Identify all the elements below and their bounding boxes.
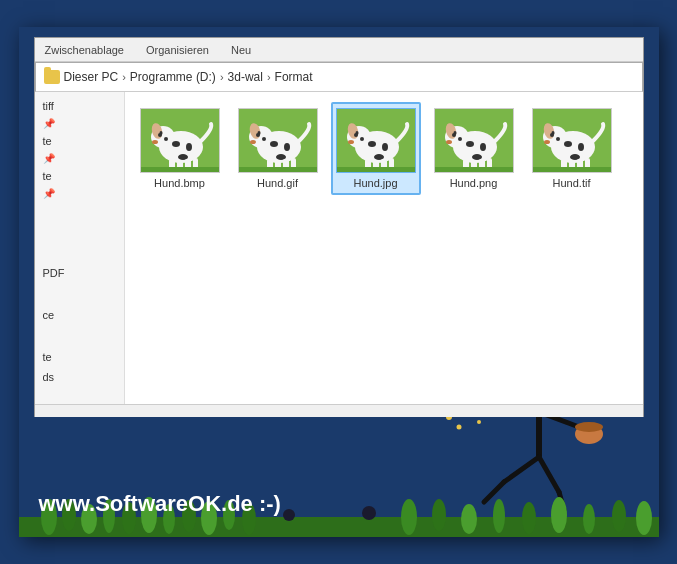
svg-rect-31 [239, 167, 318, 173]
svg-point-77 [544, 140, 550, 144]
svg-point-95 [575, 422, 603, 432]
svg-point-5 [186, 143, 192, 151]
branding-text: www.SoftwareOK.de :-) [19, 491, 281, 527]
thumbnail-gif [238, 108, 318, 173]
file-label-bmp: Hund.bmp [154, 177, 205, 189]
svg-point-20 [270, 141, 278, 147]
sidebar-item-te1[interactable]: te [35, 167, 124, 185]
svg-rect-63 [435, 167, 514, 173]
sidebar-item-pdf[interactable]: PDF [35, 264, 124, 282]
explorer-window: Zwischenablage Organisieren Neu Dieser P… [34, 37, 644, 427]
file-area: Hund.bmp [125, 92, 643, 404]
svg-point-29 [250, 140, 256, 144]
dalmatian-svg-jpg [337, 109, 416, 173]
svg-line-93 [539, 417, 579, 427]
svg-point-71 [556, 137, 560, 141]
svg-rect-47 [337, 167, 416, 173]
pin-icon-1: 📌 [35, 152, 124, 165]
file-item-tif[interactable]: Hund.tif [527, 102, 617, 195]
svg-point-112 [401, 499, 417, 535]
breadcrumb[interactable]: Dieser PC › Programme (D:) › 3d-wal › Fo… [64, 70, 313, 84]
svg-line-96 [504, 457, 539, 482]
svg-point-62 [452, 133, 456, 137]
file-label-jpg: Hund.jpg [353, 177, 397, 189]
svg-point-114 [461, 504, 477, 534]
svg-point-55 [458, 137, 462, 141]
file-item-jpg[interactable]: Hund.jpg [331, 102, 421, 195]
breadcrumb-part-3[interactable]: Format [275, 70, 313, 84]
sidebar-item-te0[interactable]: te [35, 132, 124, 150]
app-container: Zwischenablage Organisieren Neu Dieser P… [19, 27, 659, 537]
svg-point-68 [564, 141, 572, 147]
breadcrumb-part-1[interactable]: Programme (D:) [130, 70, 216, 84]
svg-line-98 [539, 457, 559, 492]
svg-point-118 [583, 504, 595, 534]
svg-point-117 [551, 497, 567, 533]
dalmatian-svg-bmp [141, 109, 220, 173]
svg-point-52 [466, 141, 474, 147]
svg-point-113 [432, 499, 446, 531]
svg-rect-79 [533, 167, 612, 173]
svg-point-37 [382, 143, 388, 151]
sidebar-item-ds[interactable]: ds [35, 368, 124, 386]
sep-1: › [220, 71, 224, 83]
svg-point-46 [354, 133, 358, 137]
breadcrumb-part-0[interactable]: Dieser PC [64, 70, 119, 84]
dalmatian-svg-png [435, 109, 514, 173]
address-bar: Dieser PC › Programme (D:) › 3d-wal › Fo… [35, 62, 643, 92]
thumbnail-bmp [140, 108, 220, 173]
file-grid: Hund.bmp [135, 102, 633, 195]
toolbar-zwischenablage[interactable]: Zwischenablage [41, 43, 129, 57]
sep-2: › [267, 71, 271, 83]
svg-point-4 [172, 141, 180, 147]
svg-point-119 [612, 500, 626, 532]
svg-point-78 [550, 133, 554, 137]
svg-point-61 [446, 140, 452, 144]
svg-point-121 [283, 509, 295, 521]
sidebar-item-te2[interactable]: te [35, 348, 124, 366]
file-label-gif: Hund.gif [257, 177, 298, 189]
file-item-gif[interactable]: Hund.gif [233, 102, 323, 195]
file-item-png[interactable]: Hund.png [429, 102, 519, 195]
file-item-bmp[interactable]: Hund.bmp [135, 102, 225, 195]
svg-point-39 [360, 137, 364, 141]
dalmatian-svg-gif [239, 109, 318, 173]
svg-point-30 [256, 133, 260, 137]
svg-point-21 [284, 143, 290, 151]
toolbar-neu[interactable]: Neu [227, 43, 255, 57]
content-area: tiff 📌 te 📌 te 📌 PDF ce te ds [35, 92, 643, 404]
sep-0: › [122, 71, 126, 83]
svg-point-120 [636, 501, 652, 535]
svg-point-116 [522, 502, 536, 534]
dalmatian-svg-tif [533, 109, 612, 173]
file-label-tif: Hund.tif [553, 177, 591, 189]
branding-area: www.SoftwareOK.de :-) [19, 417, 659, 537]
svg-point-7 [164, 137, 168, 141]
svg-point-115 [493, 499, 505, 533]
svg-point-14 [158, 133, 162, 137]
toolbar-organisieren[interactable]: Organisieren [142, 43, 213, 57]
sidebar-item-tiff[interactable]: tiff [35, 97, 124, 115]
svg-point-53 [480, 143, 486, 151]
thumbnail-png [434, 108, 514, 173]
breadcrumb-part-2[interactable]: 3d-wal [228, 70, 263, 84]
file-label-png: Hund.png [450, 177, 498, 189]
folder-icon [44, 70, 60, 84]
svg-point-13 [152, 140, 158, 144]
sidebar-item-ce[interactable]: ce [35, 306, 124, 324]
pin-icon-2: 📌 [35, 187, 124, 200]
thumbnail-tif [532, 108, 612, 173]
svg-point-23 [262, 137, 266, 141]
svg-point-36 [368, 141, 376, 147]
sidebar: tiff 📌 te 📌 te 📌 PDF ce te ds [35, 92, 125, 404]
pin-icon-0: 📌 [35, 117, 124, 130]
svg-point-122 [362, 506, 376, 520]
svg-rect-15 [141, 167, 220, 173]
svg-point-69 [578, 143, 584, 151]
thumbnail-jpg [336, 108, 416, 173]
svg-point-45 [348, 140, 354, 144]
top-toolbar: Zwischenablage Organisieren Neu [35, 38, 643, 62]
